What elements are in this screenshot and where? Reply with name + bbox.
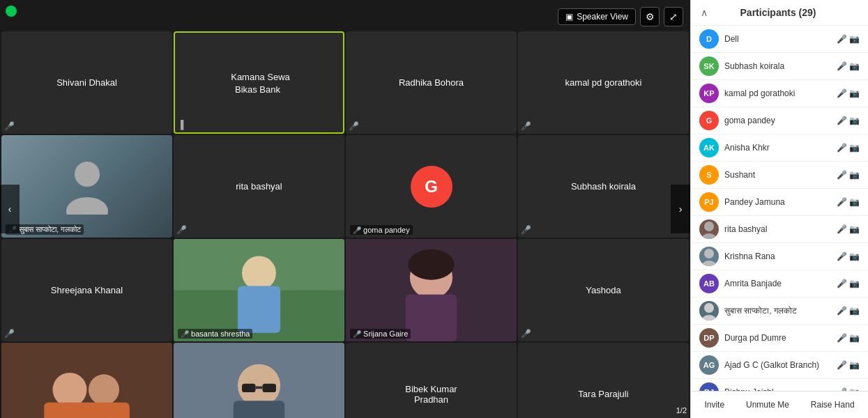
name-subhash2: Subhash koirala: [568, 178, 639, 194]
avatar-anisha: AK: [699, 138, 719, 157]
svg-point-23: [701, 261, 717, 266]
raise-hand-button[interactable]: Raise Hand: [805, 397, 860, 412]
name-shivani: Shivani Dhakal: [54, 75, 120, 91]
sidebar-header: ∧ Participants (29): [691, 0, 868, 26]
mute-kamana: ▐: [178, 120, 184, 130]
cell-kamal: kamal pd gorathoki 🎤: [518, 31, 689, 134]
name-pandey: Pandey Jamuna: [724, 197, 831, 207]
list-item: AB Amrita Banjade 🎤 📷: [691, 270, 868, 297]
audio-muted-icon: 🎤: [837, 34, 847, 44]
list-item: सुबास साप्कोटा, गलकोट 🎤 📷: [691, 297, 868, 325]
monitor-icon: ▣: [565, 12, 573, 22]
name-kamal-p: kamal pd gorathoki: [724, 88, 831, 98]
icons-ajad: 🎤 📷: [837, 360, 860, 370]
mute-subhash2: 🎤: [521, 225, 531, 235]
icons-pandey: 🎤 📷: [837, 197, 860, 207]
left-arrow-icon: ‹: [8, 203, 12, 215]
cell-tara: Tara Parajuli 🎤: [518, 343, 689, 418]
list-item: PJ Pandey Jamuna 🎤 📷: [691, 189, 868, 216]
cell-shreejana: Shreejana Khanal 🎤: [1, 239, 172, 341]
avatar-sushant: S: [699, 165, 719, 185]
cell-subhash2: Subhash koirala 🎤: [518, 135, 689, 238]
sidebar-title: Participants (29): [740, 7, 816, 18]
icons-dell: 🎤 📷: [837, 34, 860, 44]
svg-point-4: [242, 256, 276, 291]
name-tara: Tara Parajuli: [575, 386, 631, 402]
prev-page-button[interactable]: ‹: [0, 185, 20, 233]
name-rita-b: rita bashyal: [724, 224, 831, 234]
speaker-view-button[interactable]: ▣ Speaker View: [558, 8, 636, 25]
name-srijana: 🎤 Srijana Gaire: [350, 329, 411, 339]
name-radhika: Radhika Bohora: [396, 75, 466, 91]
list-item: BJ Bishnu Jaishl 🎤 📷: [691, 379, 868, 391]
sidebar: ∧ Participants (29) D Dell 🎤 📷 SK Subhas…: [690, 0, 868, 418]
icons-subas2: 🎤 📷: [837, 306, 860, 316]
fullscreen-button[interactable]: ⤢: [664, 7, 683, 26]
photo-shanti: [1, 343, 172, 418]
icons-subhash-k: 🎤 📷: [837, 61, 860, 71]
avatar-ajad: AG: [699, 355, 719, 375]
cell-radhika: Radhika Bohora 🎤: [346, 31, 517, 134]
avatar-amrita: AB: [699, 274, 719, 293]
video-area: ▣ Speaker View ⚙ ⤢ ‹ 1/2 Shivani Dhakal …: [0, 0, 690, 418]
settings-button[interactable]: ⚙: [640, 7, 660, 26]
invite-button[interactable]: Invite: [699, 397, 730, 412]
avatar-subas2: [699, 301, 719, 320]
svg-rect-19: [256, 386, 263, 389]
icons-durga: 🎤 📷: [837, 333, 860, 343]
photo-avigyan: [174, 343, 344, 418]
name-ajad: Ajad G C (Galkot Branch): [724, 360, 831, 370]
avatar-krishna: [699, 247, 719, 266]
mute-shivani: 🎤: [4, 121, 15, 131]
cell-yashoda: Yashoda 🎤: [518, 239, 689, 341]
next-page-button[interactable]: ›: [671, 185, 690, 233]
list-item: KP kamal pd gorathoki 🎤 📷: [691, 80, 868, 107]
cell-shanti: 🎤 Shanti Dhakal: [1, 343, 172, 418]
participants-list: D Dell 🎤 📷 SK Subhash koirala 🎤 📷 KP kam…: [691, 26, 868, 391]
avatar-subhash-k: SK: [699, 56, 719, 76]
name-durga: Durga pd Dumre: [724, 333, 831, 343]
icons-rita-b: 🎤 📷: [837, 224, 860, 234]
avatar-goma-p: G: [699, 111, 719, 130]
svg-point-11: [53, 373, 87, 407]
name-kamal: kamal pd gorathoki: [563, 75, 645, 91]
svg-point-0: [75, 162, 100, 187]
list-item: SK Subhash koirala 🎤 📷: [691, 53, 868, 80]
icons-amrita: 🎤 📷: [837, 279, 860, 288]
sidebar-collapse-button[interactable]: ∧: [701, 7, 708, 18]
cell-bibek: Bibek KumarPradhan 🎤: [346, 343, 517, 418]
list-item: AG Ajad G C (Galkot Branch) 🎤 📷: [691, 352, 868, 379]
list-item: DP Durga pd Dumre 🎤 📷: [691, 325, 868, 352]
svg-rect-13: [44, 403, 130, 418]
name-anisha: Anisha Khkr: [724, 143, 831, 153]
photo-subash: [1, 135, 172, 238]
name-amrita: Amrita Banjade: [724, 279, 831, 288]
list-item: rita bashyal 🎤 📷: [691, 216, 868, 243]
sidebar-footer: Invite Unmute Me Raise Hand: [691, 391, 868, 418]
top-bar: ▣ Speaker View ⚙ ⤢: [558, 7, 683, 26]
unmute-me-button[interactable]: Unmute Me: [740, 397, 795, 412]
svg-rect-18: [262, 384, 276, 392]
list-item: AK Anisha Khkr 🎤 📷: [691, 134, 868, 162]
svg-rect-17: [242, 384, 256, 392]
svg-point-25: [701, 315, 717, 320]
main-container: ▣ Speaker View ⚙ ⤢ ‹ 1/2 Shivani Dhakal …: [0, 0, 868, 418]
list-item: G goma pandey 🎤 📷: [691, 107, 868, 134]
page-indicator-right: 1/2: [676, 406, 687, 415]
logo-dot: [6, 6, 17, 17]
avatar-kamal-p: KP: [699, 84, 719, 103]
icons-sushant: 🎤 📷: [837, 170, 860, 180]
photo-srijana: [346, 239, 517, 341]
mute-rita: 🎤: [176, 225, 187, 235]
photo-basanta: [174, 239, 344, 341]
svg-rect-5: [238, 286, 280, 332]
list-item: D Dell 🎤 📷: [691, 26, 868, 53]
name-kamana: Kamana SewaBikas Bank: [228, 69, 290, 98]
svg-point-22: [704, 249, 714, 258]
name-bibek: Bibek KumarPradhan: [402, 381, 459, 408]
cell-avigyan: 🎤 Avigyan Adhikari: [174, 343, 344, 418]
svg-point-1: [66, 197, 108, 215]
name-subas2: सुबास साप्कोटा, गलकोट: [724, 306, 831, 316]
cell-goma: G 🎤 goma pandey: [346, 135, 517, 238]
name-goma: 🎤 goma pandey: [350, 225, 413, 235]
